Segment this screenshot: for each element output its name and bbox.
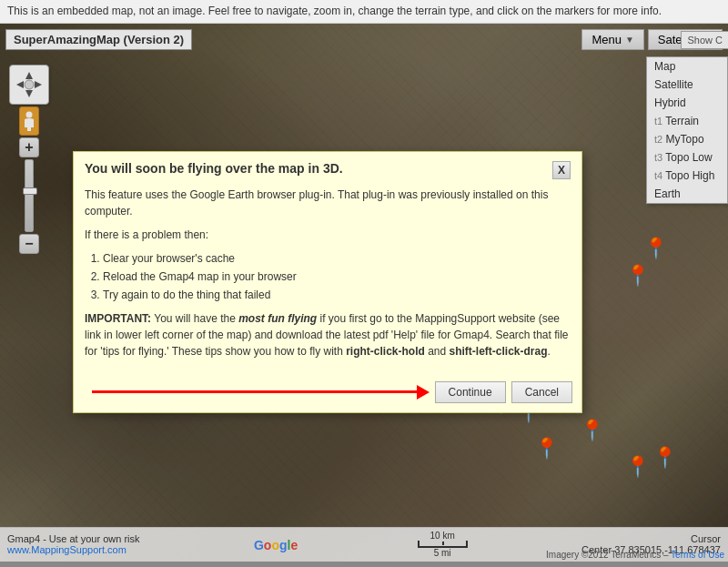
arrow-head-icon xyxy=(417,385,430,400)
info-bar: This is an embedded map, not an image. F… xyxy=(0,0,728,24)
modal-overlay: You will soon be flying over the map in … xyxy=(0,24,728,562)
modal-body: This feature uses the Google Earth brows… xyxy=(74,179,581,376)
modal-title: You will soon be flying over the map in … xyxy=(85,161,552,176)
bold-shift-left: shift-left-click-drag xyxy=(450,345,548,358)
modal-close-button[interactable]: X xyxy=(552,161,571,179)
modal-para1: This feature uses the Google Earth brows… xyxy=(85,187,571,219)
modal-para2: If there is a problem then: xyxy=(85,227,571,243)
and-text: and xyxy=(425,345,450,358)
important-text1: You will have the xyxy=(151,312,238,325)
most-fun-text: most fun flying xyxy=(238,312,317,325)
info-text: This is an embedded map, not an image. F… xyxy=(7,5,662,17)
important-prefix: IMPORTANT: xyxy=(85,312,151,325)
modal-steps-list: Clear your browser's cache Reload the Gm… xyxy=(103,250,571,303)
arrow-indicator xyxy=(83,385,430,400)
arrow-line xyxy=(92,390,417,393)
bold-right-click: right-click-hold xyxy=(346,345,425,358)
map-container: SuperAmazingMap (Version 2) Menu ▼ Satel… xyxy=(0,24,728,562)
cancel-button[interactable]: Cancel xyxy=(511,381,572,403)
modal-footer: Continue Cancel xyxy=(74,376,581,412)
modal-step-1: Clear your browser's cache xyxy=(103,250,571,267)
modal-step-3: Try again to do the thing that failed xyxy=(103,287,571,303)
continue-button[interactable]: Continue xyxy=(435,381,506,403)
modal-dialog: You will soon be flying over the map in … xyxy=(73,151,582,413)
modal-step-2: Reload the Gmap4 map in your browser xyxy=(103,268,571,285)
period: . xyxy=(548,345,551,358)
modal-header: You will soon be flying over the map in … xyxy=(74,152,581,179)
modal-important-para: IMPORTANT: You will have the most fun fl… xyxy=(85,310,571,359)
